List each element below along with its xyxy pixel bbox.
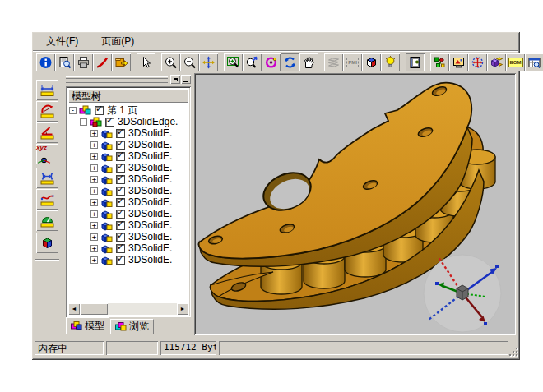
spin-button[interactable] [262,53,281,71]
tab-label: 浏览 [129,320,149,334]
hand-pan-button[interactable] [299,53,318,71]
tree-checkbox[interactable]: ✓ [116,129,125,138]
assembly-tree-button[interactable] [430,53,449,71]
tree-checkbox[interactable]: ✓ [116,187,125,196]
notebook-button[interactable] [406,53,425,71]
collapse-icon[interactable]: - [69,107,77,114]
tree-row-part[interactable]: +✓3DSolidE. [69,208,188,219]
minimize-icon [183,81,188,82]
measure-distance-button[interactable] [36,168,58,188]
pmi-button[interactable]: PMI [343,53,362,71]
tree-row-part[interactable]: +✓3DSolidE. [69,150,188,162]
expand-icon[interactable]: + [90,210,98,218]
expand-icon[interactable]: + [90,153,98,160]
measure-length-button[interactable] [36,80,58,100]
menu-page[interactable]: 页面(P) [100,34,136,49]
panel-float-button[interactable] [170,75,180,84]
tree-checkbox[interactable]: ✓ [116,198,125,207]
model-tree-panel: 模型树 - ✓ 第 1 页 - ✓ 3DSolidEdge. +✓3DSolid… [64,73,193,335]
tree-hscrollbar[interactable]: ◄ ► [68,303,188,315]
collapse-icon[interactable]: - [80,118,87,126]
tree-row-part[interactable]: +✓3DSolidE. [69,139,188,150]
resize-grip[interactable] [508,346,517,356]
tree-row-page[interactable]: - ✓ 第 1 页 [69,104,188,116]
scroll-track[interactable] [80,303,177,315]
tree-item-label: 3DSolidE. [128,185,172,196]
zoom-window-button[interactable] [224,53,243,71]
measure-length-icon [39,83,55,98]
expand-icon[interactable]: + [90,233,98,241]
orbit-button[interactable] [468,53,487,71]
panel-titlebar[interactable] [64,74,193,85]
tree-row-part[interactable]: +✓3DSolidE. [69,162,188,173]
attribute-table-button[interactable] [525,53,543,71]
coordinate-xyz-button[interactable]: xyz [36,144,58,164]
tab-browse[interactable]: 浏览 [110,319,154,334]
expand-icon[interactable]: + [90,222,98,229]
lighting-button[interactable] [381,53,400,71]
menu-file[interactable]: 文件(F) [44,34,80,49]
redline-button[interactable] [93,53,112,71]
tree-row-part[interactable]: +✓3DSolidE. [69,173,188,185]
tree-checkbox[interactable]: ✓ [116,233,125,242]
tree-checkbox[interactable]: ✓ [116,256,125,265]
tree-checkbox[interactable]: ✓ [95,106,104,115]
pan-button[interactable] [199,53,218,71]
expand-icon[interactable]: + [90,187,98,195]
tree-checkbox[interactable]: ✓ [116,244,125,253]
bom-button[interactable]: BOM [506,53,525,71]
expand-icon[interactable]: + [90,141,98,149]
tree-row-part[interactable]: +✓3DSolidE. [69,231,188,242]
tree-row-assembly[interactable]: - ✓ 3DSolidEdge. [69,116,188,127]
tree-row-part[interactable]: +✓3DSolidE. [69,242,188,254]
tree-row-part[interactable]: +✓3DSolidE. [69,254,188,265]
drag-grip[interactable] [66,81,168,83]
select-button[interactable] [137,53,155,71]
tree-checkbox[interactable]: ✓ [116,152,125,161]
expand-icon[interactable]: + [90,245,98,252]
print-preview-button[interactable] [55,53,74,71]
tree-checkbox[interactable]: ✓ [116,210,125,219]
measure-gauge-button[interactable] [36,210,58,231]
layers-button[interactable] [324,53,343,71]
tree-checkbox[interactable]: ✓ [116,141,125,150]
tree-checkbox[interactable]: ✓ [116,175,125,184]
measure-radius-button[interactable] [36,101,58,122]
tree-row-part[interactable]: +✓3DSolidE. [69,196,188,208]
drag-grip[interactable] [66,76,168,79]
tree-checkbox[interactable]: ✓ [116,221,125,230]
expand-icon[interactable]: + [90,256,98,264]
zoom-dynamic-button[interactable] [243,53,262,71]
tree-checkbox[interactable]: ✓ [105,118,114,127]
expand-icon[interactable]: + [90,176,98,183]
measure-curve-button[interactable] [36,189,58,210]
cube-icon [364,56,378,69]
tree-item-label: 3DSolidE. [128,219,172,231]
snapshot-button[interactable] [449,53,468,71]
scroll-right-arrow[interactable]: ► [177,303,188,315]
print-button[interactable] [74,53,93,71]
scroll-left-arrow[interactable]: ◄ [68,303,80,315]
refresh-button[interactable] [281,53,299,71]
expand-icon[interactable]: + [90,199,98,206]
tab-model[interactable]: 模型 [66,317,109,334]
panel-hide-button[interactable] [181,75,191,84]
expand-icon[interactable]: + [90,130,98,137]
tree-row-part[interactable]: +✓3DSolidE. [69,219,188,231]
explode-parts-button[interactable] [487,53,506,71]
about-button[interactable] [36,53,55,71]
zoom-in-button[interactable] [161,53,180,71]
zoom-out-button[interactable] [180,53,199,71]
view-cube-button[interactable] [362,53,381,71]
export-button[interactable] [112,53,131,71]
tree-item-label: 3DSolidE. [128,150,172,162]
tree-checkbox[interactable]: ✓ [116,164,125,173]
tree-item-label: 3DSolidEdge. [118,116,178,127]
tree-row-part[interactable]: +✓3DSolidE. [69,185,188,196]
tree-rows: - ✓ 第 1 页 - ✓ 3DSolidEdge. +✓3DSolidE. +… [69,104,188,302]
expand-icon[interactable]: + [90,164,98,172]
tree-row-part[interactable]: +✓3DSolidE. [69,127,188,139]
measure-volume-button[interactable] [36,233,58,253]
viewport-3d[interactable] [194,73,516,335]
scroll-thumb[interactable] [80,303,108,315]
